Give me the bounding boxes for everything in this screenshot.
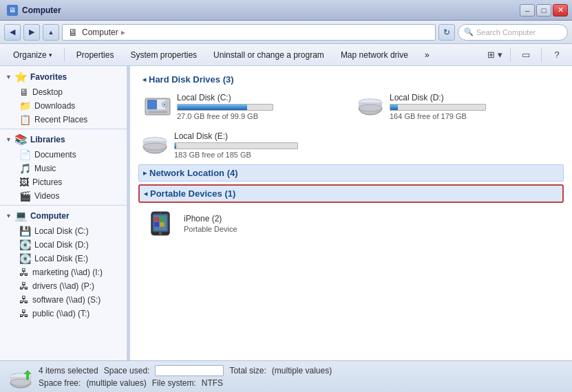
sidebar-section-computer: ▼ 💻 Computer 💾 Local Disk (C:) 💽 Local D… bbox=[0, 208, 127, 320]
system-properties-button[interactable]: System properties bbox=[123, 46, 204, 64]
space-used-bar bbox=[155, 365, 224, 376]
downloads-icon: 📁 bbox=[19, 100, 31, 111]
address-path[interactable]: 🖥 Computer ▸ bbox=[62, 24, 436, 41]
sidebar-item-recent-places[interactable]: 📋 Recent Places bbox=[0, 113, 127, 127]
drive-e-name: Local Disk (E:) bbox=[174, 131, 298, 141]
favorites-triangle: ▼ bbox=[6, 74, 12, 80]
sidebar-item-s[interactable]: 🖧 software (\\ad) (S:) bbox=[0, 293, 127, 307]
svg-point-30 bbox=[10, 379, 31, 386]
preview-pane-button[interactable]: ▭ bbox=[516, 46, 536, 64]
drive-d-item[interactable]: Local Disk (D:) 164 GB free of 179 GB bbox=[354, 90, 561, 123]
sidebar-item-documents[interactable]: 📄 Documents bbox=[0, 148, 127, 162]
drive-e-bar-container bbox=[174, 142, 298, 149]
main-area: ▼ ⭐ Favorites 🖥 Desktop 📁 Downloads 📋 Re… bbox=[0, 66, 572, 360]
network-section-label: Network Location (4) bbox=[149, 168, 238, 178]
more-button[interactable]: » bbox=[417, 46, 437, 64]
sidebar-item-videos[interactable]: 🎬 Videos bbox=[0, 189, 127, 203]
sidebar-item-p[interactable]: 🖧 drivers (\\ad) (P:) bbox=[0, 279, 127, 293]
network-section-header[interactable]: ▸ Network Location (4) bbox=[138, 164, 564, 182]
drive-d-icon: 💽 bbox=[19, 239, 31, 250]
favorites-label: Favorites bbox=[30, 72, 67, 82]
drive-e-item[interactable]: Local Disk (E:) 183 GB free of 185 GB bbox=[138, 129, 564, 162]
documents-icon: 📄 bbox=[19, 149, 31, 160]
drive-c-info: Local Disk (C:) 27.0 GB free of 99.9 GB bbox=[177, 93, 273, 120]
maximize-button[interactable]: □ bbox=[536, 4, 551, 17]
drive-e-graphic bbox=[141, 131, 169, 156]
title-bar: 🖥 Computer – □ ✕ bbox=[0, 0, 572, 21]
iphone-info: iPhone (2) Portable Device bbox=[184, 214, 237, 233]
sidebar-divider-1 bbox=[0, 129, 127, 129]
sidebar-item-d[interactable]: 💽 Local Disk (D:) bbox=[0, 238, 127, 252]
toolbar-separator-1 bbox=[64, 48, 65, 62]
status-row-1: 4 items selected Space used: Total size:… bbox=[39, 365, 332, 376]
hard-disk-section-label: Hard Disk Drives (3) bbox=[149, 74, 234, 85]
space-free-label: Space free: bbox=[39, 378, 81, 388]
title-bar-controls: – □ ✕ bbox=[520, 4, 568, 17]
drive-c-name: Local Disk (C:) bbox=[177, 93, 273, 102]
libraries-label: Libraries bbox=[30, 135, 65, 144]
sidebar-section-favorites: ▼ ⭐ Favorites 🖥 Desktop 📁 Downloads 📋 Re… bbox=[0, 69, 127, 127]
portable-section-header[interactable]: ◂ Portable Devices (1) bbox=[138, 184, 564, 203]
svg-rect-25 bbox=[160, 222, 165, 227]
toolbar-right: ⊞ ▾ ▭ ? bbox=[485, 46, 566, 64]
more-label: » bbox=[425, 50, 430, 60]
drive-c-item[interactable]: Local Disk (C:) 27.0 GB free of 99.9 GB bbox=[141, 90, 348, 123]
svg-rect-24 bbox=[154, 222, 159, 227]
refresh-button[interactable]: ↻ bbox=[438, 24, 455, 41]
drive-s-icon: 🖧 bbox=[19, 294, 29, 305]
sidebar-item-desktop[interactable]: 🖥 Desktop bbox=[0, 85, 127, 99]
svg-rect-2 bbox=[147, 100, 157, 109]
hard-disk-triangle: ◂ bbox=[142, 76, 146, 83]
uninstall-button[interactable]: Uninstall or change a program bbox=[206, 46, 332, 64]
videos-icon: 🎬 bbox=[19, 190, 31, 202]
properties-button[interactable]: Properties bbox=[69, 46, 122, 64]
search-box[interactable]: 🔍 Search Computer bbox=[458, 24, 568, 41]
status-bar: 4 items selected Space used: Total size:… bbox=[0, 360, 572, 392]
drive-d-name: Local Disk (D:) bbox=[390, 93, 486, 102]
drive-e-icon: 💽 bbox=[19, 253, 31, 264]
minimize-button[interactable]: – bbox=[520, 4, 535, 17]
sidebar-item-downloads[interactable]: 📁 Downloads bbox=[0, 99, 127, 113]
sidebar-favorites-header[interactable]: ▼ ⭐ Favorites bbox=[0, 69, 127, 85]
sidebar-item-videos-label: Videos bbox=[34, 191, 59, 201]
search-icon: 🔍 bbox=[464, 28, 474, 36]
total-size-label: Total size: bbox=[229, 366, 266, 375]
hard-disk-section-header[interactable]: ◂ Hard Disk Drives (3) bbox=[138, 72, 564, 87]
map-network-button[interactable]: Map network drive bbox=[333, 46, 416, 64]
sidebar-item-e[interactable]: 💽 Local Disk (E:) bbox=[0, 252, 127, 265]
music-icon: 🎵 bbox=[19, 163, 31, 174]
sidebar-computer-header[interactable]: ▼ 💻 Computer bbox=[0, 208, 127, 224]
total-size-value: (multiple values) bbox=[272, 366, 332, 375]
map-network-label: Map network drive bbox=[341, 50, 408, 60]
drive-i-icon: 🖧 bbox=[19, 267, 29, 278]
iphone-icon bbox=[144, 210, 177, 237]
sidebar-item-music-label: Music bbox=[34, 164, 56, 173]
sidebar-libraries-header[interactable]: ▼ 📚 Libraries bbox=[0, 131, 127, 148]
iphone-device-item[interactable]: iPhone (2) Portable Device bbox=[138, 206, 564, 241]
organize-label: Organize bbox=[13, 50, 47, 60]
up-button[interactable]: ▲ bbox=[43, 24, 59, 41]
organize-button[interactable]: Organize ▾ bbox=[6, 46, 60, 64]
svg-point-21 bbox=[160, 213, 161, 214]
sidebar-item-pictures[interactable]: 🖼 Pictures bbox=[0, 175, 127, 189]
forward-button[interactable]: ▶ bbox=[23, 24, 40, 41]
view-options-button[interactable]: ⊞ ▾ bbox=[485, 46, 505, 64]
sidebar-item-s-label: software (\\ad) (S:) bbox=[32, 295, 100, 305]
computer-label: Computer bbox=[30, 211, 70, 221]
sidebar-item-c[interactable]: 💾 Local Disk (C:) bbox=[0, 224, 127, 238]
close-button[interactable]: ✕ bbox=[553, 4, 568, 17]
space-free-value: (multiple values) bbox=[86, 378, 146, 388]
back-button[interactable]: ◀ bbox=[4, 24, 21, 41]
organize-chevron: ▾ bbox=[49, 52, 52, 58]
drive-c-bar bbox=[178, 105, 247, 110]
toolbar-separator-3 bbox=[541, 48, 542, 62]
status-text: 4 items selected Space used: Total size:… bbox=[39, 365, 332, 388]
help-button[interactable]: ? bbox=[547, 46, 566, 64]
address-bar: ◀ ▶ ▲ 🖥 Computer ▸ ↻ 🔍 Search Computer bbox=[0, 21, 572, 44]
file-system-label: File system: bbox=[152, 378, 196, 388]
sidebar-item-i[interactable]: 🖧 marketing (\\ad) (I:) bbox=[0, 265, 127, 279]
drive-t-icon: 🖧 bbox=[19, 308, 29, 319]
sidebar-item-t[interactable]: 🖧 public (\\ad) (T:) bbox=[0, 307, 127, 320]
sidebar-item-music[interactable]: 🎵 Music bbox=[0, 162, 127, 175]
sidebar-item-pictures-label: Pictures bbox=[32, 177, 62, 187]
